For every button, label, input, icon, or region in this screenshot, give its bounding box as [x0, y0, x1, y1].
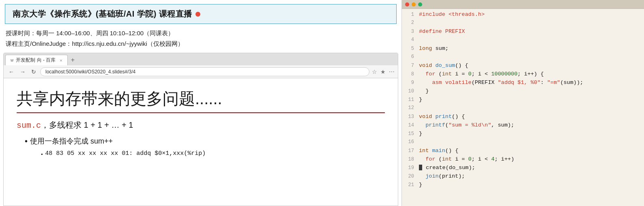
token-pp: #include <threads.h>: [419, 11, 485, 17]
code-filename: sum.c: [17, 121, 41, 130]
course-title: 南京大学《操作系统》(基础班/AI 学院) 课程直播: [13, 9, 192, 19]
token-num: 0: [468, 71, 472, 77]
code-line: 5long sum;: [402, 45, 644, 53]
code-line: 18 for (int i = 0; i < 4; i++): [402, 155, 644, 164]
new-tab-button[interactable]: +: [68, 55, 78, 65]
window-maximize-dot[interactable]: [418, 2, 422, 6]
code-line: 14 printf("sum = %ld\n", sum);: [402, 121, 644, 130]
bullet-dot-2: ▪: [41, 151, 43, 157]
code-line: 9 asm volatile(PREFIX "addq $1, %0": "=m…: [402, 79, 644, 87]
line-content: asm volatile(PREFIX "addq $1, %0": "=m"(…: [419, 79, 583, 87]
line-content: for (int i = 0; i < 10000000; i++) {: [419, 70, 544, 79]
bookmark-icon[interactable]: ☆: [372, 69, 377, 75]
cursor: [419, 165, 422, 170]
code-line: 21}: [402, 181, 644, 189]
token-kw2: long: [419, 45, 432, 52]
token-plain: () {: [455, 62, 468, 69]
token-plain: (sum));: [560, 79, 583, 86]
line-content: #include <threads.h>: [419, 11, 485, 19]
line-number: 7: [404, 62, 414, 70]
token-kw: volatile: [445, 79, 472, 86]
browser-address-bar: ← → ↻ ☆ ★ ⋯: [4, 65, 398, 78]
star-icon[interactable]: ★: [380, 69, 386, 75]
code-line: 7void do_sum() {: [402, 62, 644, 70]
line-number: 19: [404, 164, 414, 172]
token-plain: (: [445, 122, 449, 128]
token-plain: [432, 62, 435, 69]
course-info: 授课时间：每周一 14:00–16:00、周四 10:10–12:00（同课表）…: [0, 26, 401, 51]
left-panel: 南京大学《操作系统》(基础班/AI 学院) 课程直播 授课时间：每周一 14:0…: [0, 0, 401, 206]
code-line: 12: [402, 104, 644, 113]
token-pp: #define PREFIX: [419, 28, 465, 34]
token-plain: create(do_sum);: [423, 165, 475, 171]
line-number: 18: [404, 156, 414, 163]
line-number: 5: [404, 45, 414, 53]
token-kw: asm: [432, 79, 442, 86]
token-plain: [419, 156, 425, 162]
token-plain: , sum);: [491, 122, 514, 128]
token-kw: for: [425, 71, 435, 77]
line-number: 11: [404, 96, 414, 104]
line-content: }: [419, 181, 422, 189]
tab-label: 开发配制 向 - 百库: [16, 57, 56, 64]
token-plain: }: [419, 131, 422, 137]
browser-content: 共享内存带来的更多问题...... sum.c，多线程求 1 + 1 + … +…: [4, 78, 398, 206]
line-number: 4: [404, 36, 414, 44]
token-plain: i =: [452, 71, 468, 77]
bullet-text-1: 使用一条指令完成 sum++: [30, 136, 113, 146]
token-plain: sum;: [432, 45, 449, 52]
nav-forward-button[interactable]: →: [18, 68, 27, 76]
code-line: 4: [402, 36, 644, 45]
line-number: 8: [404, 71, 414, 78]
address-input[interactable]: [40, 67, 369, 76]
line-content: void print() {: [419, 113, 465, 121]
nav-refresh-button[interactable]: ↻: [30, 68, 38, 76]
live-indicator: [195, 12, 200, 17]
token-str: "addq $1, %0": [498, 79, 540, 86]
code-editor-header: [402, 0, 644, 9]
token-plain: [442, 79, 445, 86]
browser-menu-icon[interactable]: ⋯: [389, 69, 395, 75]
bullet-item-1: • 使用一条指令完成 sum++: [25, 136, 385, 146]
token-plain: :: [541, 79, 547, 86]
token-fn: print: [436, 114, 452, 120]
token-plain: (print);: [439, 173, 465, 179]
code-line: 19 create(do_sum);: [402, 164, 644, 172]
line-number: 10: [404, 88, 414, 95]
tab-close-button[interactable]: ×: [60, 58, 62, 63]
line-number: 15: [404, 130, 414, 138]
code-line: 2: [402, 19, 644, 28]
token-plain: () {: [452, 114, 465, 120]
nav-back-button[interactable]: ←: [7, 68, 16, 76]
window-minimize-dot[interactable]: [412, 2, 416, 6]
token-plain: (PREFIX: [472, 79, 498, 86]
line-number: 2: [404, 19, 414, 27]
code-line: 15}: [402, 130, 644, 138]
line-number: 1: [404, 11, 414, 19]
slide-divider: [17, 112, 385, 113]
slide-title: 共享内存带来的更多问题......: [17, 88, 385, 109]
window-close-dot[interactable]: [405, 2, 409, 6]
line-content: }: [419, 96, 422, 104]
token-kw2: int: [442, 71, 452, 77]
line-content: join(print);: [419, 172, 465, 181]
token-plain: [419, 122, 425, 128]
browser-tabs-bar: w 开发配制 向 - 百库 × +: [4, 53, 398, 65]
line-number: 6: [404, 53, 414, 61]
code-line: 17int main() {: [402, 147, 644, 155]
token-kw2: int: [442, 156, 452, 162]
token-plain: [419, 71, 425, 77]
line-number: 3: [404, 28, 414, 36]
bullet-dot-1: •: [25, 136, 28, 146]
token-str: "sum = %ld\n": [449, 122, 491, 128]
code-editor-panel: 1#include <threads.h>23#define PREFIX45l…: [401, 0, 644, 206]
line-number: 17: [404, 147, 414, 155]
token-plain: [419, 173, 425, 179]
token-num: 10000000: [491, 71, 517, 77]
browser-tab-active[interactable]: w 开发配制 向 - 百库 ×: [5, 55, 68, 65]
line-content: for (int i = 0; i < 4; i++): [419, 155, 514, 164]
website-line: 课程主页/OnlineJudge：http://ics.nju.edu.cn/~…: [6, 39, 396, 49]
code-line: 13void print() {: [402, 113, 644, 121]
code-line: 16: [402, 138, 644, 147]
line-number: 20: [404, 173, 414, 180]
